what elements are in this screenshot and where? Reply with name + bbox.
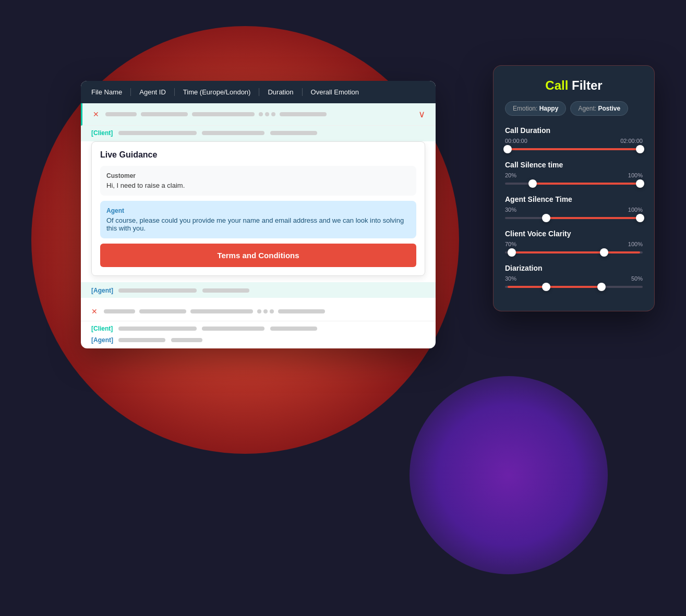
placeholder-bar bbox=[118, 338, 165, 342]
call-duration-fill bbox=[505, 148, 643, 150]
row-x-icon: ✕ bbox=[93, 110, 99, 118]
agent-tag-key: Agent: bbox=[578, 105, 596, 112]
filter-panel: Call Filter Emotion: Happy Agent: Postiv… bbox=[493, 65, 655, 311]
agent-bubble: Agent Of course, please could you provid… bbox=[100, 201, 416, 238]
placeholder-bar bbox=[202, 327, 264, 331]
call-duration-min: 00:00:00 bbox=[505, 138, 527, 144]
table-row-1[interactable]: ✕ ∨ bbox=[81, 103, 436, 126]
table-row-2[interactable]: ✕ bbox=[81, 302, 436, 321]
live-guidance-panel: Live Guidance Customer Hi, I need to rai… bbox=[91, 141, 425, 276]
live-guidance-title: Live Guidance bbox=[100, 150, 416, 160]
call-duration-title: Call Duration bbox=[505, 126, 643, 135]
placeholder-bar bbox=[118, 131, 197, 135]
client-tag: [Client] bbox=[91, 129, 113, 137]
placeholder-bar bbox=[278, 309, 325, 313]
diarization-fill bbox=[508, 286, 604, 288]
diarization-labels: 30% 50% bbox=[505, 275, 643, 282]
placeholder-bar bbox=[104, 309, 135, 313]
agent-silence-max: 100% bbox=[628, 207, 643, 213]
customer-text: Hi, I need to raise a claim. bbox=[106, 182, 410, 189]
placeholder-bar bbox=[270, 327, 317, 331]
placeholder-bar bbox=[118, 288, 197, 293]
diarization-title: Diarization bbox=[505, 264, 643, 272]
diarization-thumb-right[interactable] bbox=[597, 283, 606, 291]
agent-silence-section: Agent Silence Time 30% 100% bbox=[505, 195, 643, 219]
placeholder-bar bbox=[105, 112, 137, 116]
placeholder-bar bbox=[171, 338, 202, 342]
col-duration: Duration bbox=[259, 88, 302, 96]
filter-tags: Emotion: Happy Agent: Postive bbox=[505, 101, 643, 116]
call-silence-thumb-left[interactable] bbox=[528, 179, 537, 188]
table-header: File Name Agent ID Time (Europe/London) … bbox=[81, 81, 436, 103]
agent-silence-thumb-right[interactable] bbox=[636, 214, 644, 222]
row-x-icon-2: ✕ bbox=[91, 307, 98, 316]
placeholder-bar bbox=[202, 131, 264, 135]
placeholder-bar bbox=[139, 309, 186, 313]
agent-text: Of course, please could you provide me y… bbox=[106, 216, 410, 232]
call-silence-min: 20% bbox=[505, 172, 516, 178]
emotion-tag[interactable]: Emotion: Happy bbox=[505, 101, 566, 116]
call-silence-labels: 20% 100% bbox=[505, 172, 643, 178]
client-voice-max: 100% bbox=[628, 241, 643, 247]
agent-tag: [Agent] bbox=[91, 287, 113, 294]
client-agent-rows-2: [Client] [Agent] bbox=[81, 321, 436, 348]
call-silence-max: 100% bbox=[628, 172, 643, 178]
filter-title-call: Call bbox=[545, 78, 568, 92]
col-time: Time (Europe/London) bbox=[175, 88, 260, 96]
call-silence-section: Call Silence time 20% 100% bbox=[505, 161, 643, 185]
col-file-name: File Name bbox=[91, 88, 131, 96]
client-voice-thumb-left[interactable] bbox=[508, 248, 516, 257]
placeholder-bar bbox=[141, 112, 188, 116]
call-duration-thumb-left[interactable] bbox=[503, 145, 512, 153]
customer-bubble: Customer Hi, I need to raise a claim. bbox=[100, 166, 416, 196]
agent-silence-fill bbox=[546, 217, 640, 219]
agent-silence-thumb-left[interactable] bbox=[542, 214, 550, 222]
placeholder-bar bbox=[190, 309, 253, 313]
client-voice-section: Client Voice Clarity 70% 100% bbox=[505, 230, 643, 253]
agent-tag-filter[interactable]: Agent: Postive bbox=[570, 101, 628, 116]
agent-silence-min: 30% bbox=[505, 207, 516, 213]
call-duration-thumb-right[interactable] bbox=[636, 145, 644, 153]
col-agent-id: Agent ID bbox=[131, 88, 175, 96]
diarization-min: 30% bbox=[505, 275, 516, 282]
client-voice-thumb-right[interactable] bbox=[600, 248, 608, 257]
agent-tag-2: [Agent] bbox=[91, 336, 113, 344]
dot-group-2 bbox=[257, 309, 274, 313]
customer-label: Customer bbox=[106, 172, 410, 179]
client-row-1: [Client] bbox=[81, 126, 436, 141]
call-silence-slider[interactable] bbox=[505, 183, 643, 185]
placeholder-bar bbox=[118, 327, 197, 331]
agent-silence-title: Agent Silence Time bbox=[505, 195, 643, 203]
client-voice-slider[interactable] bbox=[505, 251, 643, 253]
agent-tag-value: Postive bbox=[598, 105, 620, 112]
diarization-slider[interactable] bbox=[505, 286, 643, 288]
call-silence-thumb-right[interactable] bbox=[636, 179, 644, 188]
terms-conditions-button[interactable]: Terms and Conditions bbox=[100, 244, 416, 267]
chevron-down-icon[interactable]: ∨ bbox=[418, 108, 425, 120]
emotion-tag-value: Happy bbox=[539, 105, 559, 112]
diarization-max: 50% bbox=[631, 275, 643, 282]
emotion-tag-key: Emotion: bbox=[513, 105, 537, 112]
placeholder-bar bbox=[270, 131, 317, 135]
client-voice-fill bbox=[512, 251, 640, 253]
placeholder-bar bbox=[192, 112, 255, 116]
client-voice-min: 70% bbox=[505, 241, 516, 247]
dot-group bbox=[259, 112, 275, 116]
agent-label: Agent bbox=[106, 207, 410, 214]
agent-silence-labels: 30% 100% bbox=[505, 207, 643, 213]
client-tag-2: [Client] bbox=[91, 325, 113, 332]
filter-title: Call Filter bbox=[505, 78, 643, 93]
call-duration-slider[interactable] bbox=[505, 148, 643, 150]
agent-row-1: [Agent] bbox=[81, 282, 436, 298]
call-silence-fill bbox=[533, 183, 640, 185]
call-duration-labels: 00:00:00 02:00:00 bbox=[505, 138, 643, 144]
diarization-thumb-left[interactable] bbox=[542, 283, 550, 291]
call-silence-title: Call Silence time bbox=[505, 161, 643, 169]
agent-silence-slider[interactable] bbox=[505, 217, 643, 219]
client-voice-title: Client Voice Clarity bbox=[505, 230, 643, 238]
call-panel: File Name Agent ID Time (Europe/London) … bbox=[81, 81, 436, 348]
diarization-section: Diarization 30% 50% bbox=[505, 264, 643, 288]
background-blob-purple bbox=[410, 376, 608, 574]
placeholder-bar bbox=[202, 288, 249, 293]
call-duration-max: 02:00:00 bbox=[620, 138, 643, 144]
